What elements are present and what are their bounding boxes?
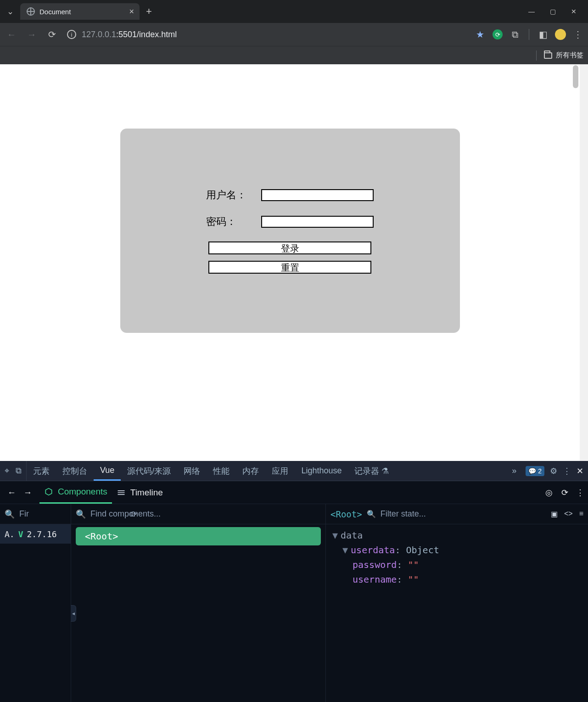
reload-button[interactable]: ⟳ (44, 27, 60, 42)
bookmark-star-icon[interactable]: ★ (474, 28, 487, 41)
issues-badge[interactable]: 💬 2 (526, 466, 544, 476)
vue-state-tree: ▼data ▼userdata: Object password: "" use… (326, 524, 588, 590)
vue-tab-timeline-label: Timeline (130, 488, 163, 498)
password-label: 密码： (206, 215, 261, 229)
search-icon: 🔍 (5, 509, 15, 519)
vue-nav-forward[interactable]: → (23, 488, 32, 498)
window-close-button[interactable]: ✕ (563, 4, 584, 19)
vue-collapse-handle[interactable]: ◂ (71, 605, 76, 622)
profile-avatar[interactable] (554, 28, 567, 41)
devtools-tab[interactable]: 记录器 ⚗ (348, 461, 395, 481)
state-key-userdata[interactable]: userdata (351, 545, 395, 556)
vue-refresh-icon[interactable]: ⟳ (557, 488, 572, 498)
devtools-more-tabs[interactable]: » (507, 466, 521, 476)
vue-filter-state-input[interactable] (381, 509, 546, 519)
site-info-icon[interactable]: i (67, 30, 76, 39)
vue-tree-root[interactable]: <Root> (76, 527, 321, 545)
inspect-element-icon[interactable]: ⌖ (5, 466, 9, 476)
issues-count: 2 (538, 467, 542, 475)
vue-menu-icon[interactable]: ⋮ (572, 488, 588, 498)
browser-titlebar: ⌄ Document × + — ▢ ✕ (0, 0, 588, 23)
devtools-tab[interactable]: 控制台 (56, 461, 94, 481)
page-viewport: 用户名： 密码： 登录 重置 (0, 64, 588, 461)
tab-search-button[interactable]: ⌄ (4, 6, 17, 17)
username-label: 用户名： (206, 188, 261, 202)
vue-tab-components-label: Components (58, 487, 107, 497)
browser-tab[interactable]: Document × (20, 3, 140, 20)
vue-state-column: <Root> 🔍 ▣ <> ≡ ▼data ▼userdata: Object … (326, 504, 588, 702)
devtools-menu-icon[interactable]: ⋮ (563, 466, 571, 476)
browser-menu-button[interactable]: ⋮ (571, 28, 584, 41)
vue-scroll-to-icon[interactable]: ▣ (551, 510, 558, 518)
vue-devtools-body: 🔍 ⟳ A. V 2.7.16 🔍 <Root> ◂ <Root> 🔍 ▣ <> (0, 504, 588, 702)
search-icon: 🔍 (76, 509, 86, 519)
vue-app-letter: A. (5, 529, 15, 539)
window-minimize-button[interactable]: — (521, 4, 542, 19)
side-panel-icon[interactable]: ◧ (537, 28, 549, 41)
state-key-username[interactable]: username (353, 574, 397, 585)
state-type-object: Object (406, 545, 439, 556)
window-maximize-button[interactable]: ▢ (542, 4, 563, 19)
browser-toolbar: ← → ⟳ i 127.0.0.1:5501/index.html ★ ⟳ ⧉ … (0, 23, 588, 46)
tab-title: Document (39, 8, 71, 16)
vue-nav-back[interactable]: ← (7, 488, 16, 498)
folder-icon (544, 52, 552, 59)
vue-selected-component: <Root> (330, 509, 362, 519)
back-button[interactable]: ← (4, 27, 19, 42)
devtools-tab[interactable]: 元素 (27, 461, 56, 481)
globe-icon (27, 7, 35, 16)
address-bar[interactable]: i 127.0.0.1:5501/index.html (67, 30, 177, 39)
devtools-tab[interactable]: 网络 (177, 461, 207, 481)
reset-button[interactable]: 重置 (208, 261, 371, 274)
extensions-icon[interactable]: ⧉ (509, 28, 521, 41)
tab-close-button[interactable]: × (129, 7, 134, 17)
new-tab-button[interactable]: + (146, 6, 152, 17)
vue-locate-icon[interactable]: ◎ (541, 488, 557, 498)
login-button[interactable]: 登录 (208, 241, 371, 254)
vue-devtools-toolbar: ← → Components Timeline ◎ ⟳ ⋮ (0, 481, 588, 504)
all-bookmarks-link[interactable]: 所有书签 (556, 51, 583, 60)
state-key-data[interactable]: data (341, 530, 363, 541)
vue-apps-column: 🔍 ⟳ A. V 2.7.16 (0, 504, 71, 702)
devtools-tab[interactable]: 性能 (207, 461, 236, 481)
separator (529, 29, 529, 40)
vue-find-components-input[interactable] (90, 509, 321, 519)
forward-button[interactable]: → (24, 27, 39, 42)
chat-icon: 💬 (528, 467, 536, 475)
state-val-username: "" (408, 574, 419, 585)
devtools-tab[interactable]: Lighthouse (295, 461, 348, 481)
extension-green-icon[interactable]: ⟳ (491, 28, 504, 41)
vue-inspect-dom-icon[interactable]: <> (564, 510, 573, 518)
search-icon: 🔍 (367, 510, 376, 518)
vue-format-icon[interactable]: ≡ (579, 510, 583, 518)
username-input[interactable] (261, 189, 374, 201)
bookmarks-bar: 所有书签 (0, 46, 588, 64)
vue-tree-root-label: <Root> (85, 531, 118, 542)
vue-app-version: 2.7.16 (27, 529, 57, 539)
vue-tree-column: 🔍 <Root> ◂ (71, 504, 326, 702)
devtools-close-button[interactable]: ✕ (577, 466, 583, 476)
login-card: 用户名： 密码： 登录 重置 (120, 129, 460, 333)
devtools-tab[interactable]: 内存 (236, 461, 265, 481)
devtools-tab[interactable]: 源代码/来源 (121, 461, 177, 481)
password-input[interactable] (261, 216, 374, 228)
url-host: 127.0.0.1 (82, 30, 116, 39)
devtools-tabbar: ⌖ ⧉ 元素控制台Vue源代码/来源网络性能内存应用Lighthouse记录器 … (0, 461, 588, 481)
vue-tab-timeline[interactable]: Timeline (112, 481, 168, 504)
url-path: :5501/index.html (116, 30, 177, 39)
state-val-password: "" (408, 559, 419, 570)
separator (536, 51, 537, 61)
device-toolbar-icon[interactable]: ⧉ (16, 466, 22, 476)
devtools-tab[interactable]: 应用 (265, 461, 295, 481)
timeline-icon (117, 488, 126, 497)
devtools-settings-icon[interactable]: ⚙ (550, 466, 557, 476)
vue-tab-components[interactable]: Components (39, 481, 112, 504)
components-icon (44, 487, 53, 496)
vue-app-row[interactable]: A. V 2.7.16 (0, 524, 71, 544)
devtools-tab[interactable]: Vue (94, 461, 121, 481)
state-key-password[interactable]: password (353, 559, 397, 570)
vue-logo-icon: V (18, 529, 23, 539)
